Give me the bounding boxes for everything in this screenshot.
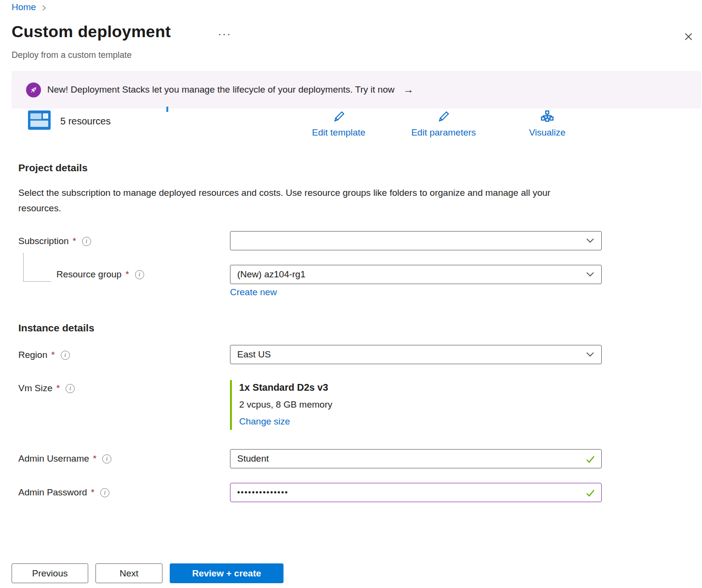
rocket-icon (26, 82, 41, 97)
chevron-down-icon (586, 352, 594, 357)
breadcrumb-chevron-icon (41, 5, 47, 11)
admin-password-field-wrap (230, 483, 602, 502)
edit-template-button[interactable]: Edit template (304, 109, 374, 138)
pencil-icon (436, 109, 451, 126)
required-marker: * (73, 236, 76, 246)
region-label-row: Region * i (18, 350, 70, 360)
resource-group-select[interactable]: (New) az104-rg1 (230, 265, 602, 284)
deployment-stacks-banner[interactable]: New! Deployment Stacks let you manage th… (12, 71, 701, 109)
custom-deployment-page: Home Custom deployment ··· Deploy from a… (0, 0, 702, 588)
create-new-link[interactable]: Create new (230, 287, 277, 298)
admin-password-label-row: Admin Password * i (18, 487, 109, 498)
project-details-heading: Project details (18, 162, 88, 174)
edit-template-label: Edit template (312, 127, 365, 138)
template-icon (28, 110, 51, 130)
required-marker: * (91, 487, 94, 498)
banner-message: New! Deployment Stacks let you manage th… (47, 84, 394, 95)
breadcrumb: Home (12, 2, 47, 13)
vm-size-specs: 2 vcpus, 8 GB memory (239, 399, 332, 410)
region-value: East US (237, 349, 271, 360)
next-button[interactable]: Next (95, 563, 162, 583)
resource-group-label-row: Resource group * i (56, 269, 144, 280)
info-icon[interactable]: i (66, 384, 75, 393)
more-menu-button[interactable]: ··· (218, 28, 231, 41)
vm-size-selection: 1x Standard D2s v3 (239, 382, 332, 393)
required-marker: * (125, 269, 129, 280)
edit-parameters-label: Edit parameters (411, 127, 476, 138)
admin-password-label: Admin Password (18, 487, 87, 498)
info-icon[interactable]: i (135, 270, 144, 279)
admin-password-input[interactable] (230, 483, 601, 502)
vm-size-label-row: Vm Size * i (18, 383, 75, 394)
admin-username-field-wrap (230, 449, 602, 468)
info-icon[interactable]: i (100, 488, 109, 497)
required-marker: * (56, 383, 60, 394)
chevron-down-icon (586, 238, 594, 244)
review-create-button[interactable]: Review + create (170, 563, 284, 583)
clipped-content-artifact (166, 107, 168, 112)
resource-group-value: (New) az104-rg1 (237, 269, 306, 280)
breadcrumb-home-link[interactable]: Home (12, 2, 36, 13)
vm-size-summary: 1x Standard D2s v3 2 vcpus, 8 GB memory … (230, 380, 332, 430)
field-connector-horizontal (23, 281, 51, 282)
subscription-select[interactable] (230, 231, 602, 250)
previous-button[interactable]: Previous (12, 563, 88, 583)
valid-check-icon (585, 454, 595, 466)
close-icon (683, 31, 694, 42)
visualize-button[interactable]: Visualize (518, 109, 576, 138)
pencil-icon (332, 109, 346, 126)
page-title: Custom deployment (12, 22, 171, 41)
change-size-link[interactable]: Change size (239, 416, 332, 427)
edit-parameters-button[interactable]: Edit parameters (403, 109, 485, 138)
required-marker: * (93, 453, 96, 464)
chevron-down-icon (586, 272, 594, 277)
info-icon[interactable]: i (102, 454, 111, 464)
org-chart-icon (540, 109, 555, 126)
page-subtitle: Deploy from a custom template (12, 50, 132, 60)
admin-username-input[interactable] (230, 450, 601, 468)
resource-group-label: Resource group (56, 269, 122, 280)
required-marker: * (51, 350, 54, 360)
admin-username-label: Admin Username (18, 453, 89, 464)
info-icon[interactable]: i (61, 351, 70, 360)
subscription-label: Subscription (18, 236, 69, 246)
project-details-description: Select the subscription to manage deploy… (18, 185, 573, 216)
banner-arrow-icon: → (403, 83, 414, 96)
subscription-label-row: Subscription * i (18, 236, 91, 246)
field-connector-vertical (23, 253, 24, 282)
resources-count: 5 resources (60, 116, 111, 127)
close-button[interactable] (681, 29, 696, 44)
visualize-label: Visualize (529, 127, 566, 138)
region-label: Region (18, 350, 47, 360)
admin-username-label-row: Admin Username * i (18, 453, 111, 464)
info-icon[interactable]: i (82, 237, 91, 246)
valid-check-icon (585, 488, 595, 500)
vm-size-label: Vm Size (18, 383, 53, 394)
region-select[interactable]: East US (230, 345, 602, 364)
instance-details-heading: Instance details (18, 322, 94, 334)
